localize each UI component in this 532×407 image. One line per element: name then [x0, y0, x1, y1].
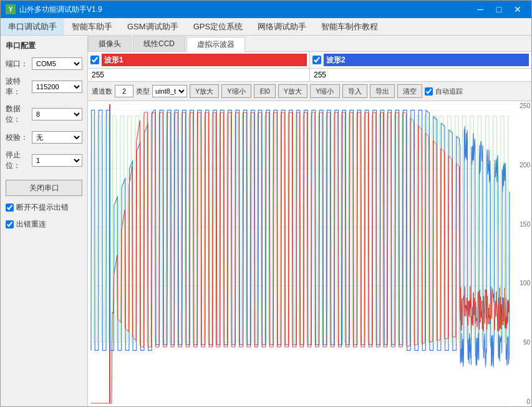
y-label-250: 250: [511, 102, 530, 109]
sidebar: 串口配置 端口： COM5 波特率： 115200 数据位： 8 校: [1, 36, 88, 406]
y-axis-labels: 0 50 100 150 200 250: [510, 101, 531, 406]
tab-oscilloscope[interactable]: 虚拟示波器: [186, 37, 245, 52]
reconnect-label: 出错重连: [16, 219, 46, 230]
ch1-y-shrink-button[interactable]: Y缩小: [221, 84, 251, 98]
channel1-name: 波形1: [102, 54, 307, 66]
menu-network[interactable]: 网络调试助手: [250, 18, 314, 35]
close-port-button[interactable]: 关闭串口: [6, 180, 82, 196]
baudrate-select[interactable]: 115200: [32, 81, 82, 93]
waveform-canvas: [88, 101, 531, 406]
svg-text:Y: Y: [9, 6, 13, 13]
stopbits-select[interactable]: 1: [32, 154, 82, 167]
databits-select[interactable]: 8: [32, 108, 82, 120]
main-content: 串口配置 端口： COM5 波特率： 115200 数据位： 8 校: [1, 36, 531, 406]
app-icon: Y: [6, 4, 16, 14]
channel-values: 255 255: [88, 69, 531, 82]
channel-count-input[interactable]: [115, 85, 133, 97]
y-label-100: 100: [511, 280, 530, 287]
channel2-checkbox[interactable]: [312, 56, 321, 64]
y-label-200: 200: [511, 162, 530, 169]
channel1-checkbox[interactable]: [90, 56, 99, 64]
window-controls: ─ □ ✕: [472, 1, 526, 18]
menu-serial[interactable]: 串口调试助手: [1, 18, 64, 35]
no-error-prompt-row: 断开不提示出错: [6, 202, 82, 213]
oscilloscope-container: 波形1 波形2 255 255 通道数 类型: [88, 52, 531, 406]
export-button[interactable]: 导出: [370, 84, 395, 98]
tab-bar: 摄像头 线性CCD 虚拟示波器: [88, 36, 531, 52]
tab-linear-ccd[interactable]: 线性CCD: [133, 36, 185, 51]
menu-tutorial[interactable]: 智能车制作教程: [314, 18, 385, 35]
reconnect-checkbox[interactable]: [6, 220, 14, 228]
port-select[interactable]: COM5: [32, 57, 82, 70]
y-label-150: 150: [511, 221, 530, 228]
y-label-50: 50: [511, 339, 530, 346]
ch2-y-enlarge-button[interactable]: Y放大: [278, 84, 307, 98]
channel-bars: 波形1 波形2: [88, 52, 531, 69]
ch2-y-shrink-button[interactable]: Y缩小: [310, 84, 339, 98]
menu-smart-car[interactable]: 智能车助手: [64, 18, 120, 35]
port-row: 端口： COM5: [6, 57, 82, 70]
databits-label: 数据位：: [6, 104, 32, 125]
baudrate-label: 波特率：: [6, 76, 32, 97]
auto-track-checkbox[interactable]: [425, 87, 433, 96]
auto-track-label: 自动追踪: [435, 87, 463, 96]
window-title: 山外多功能调试助手V1.9: [19, 4, 472, 15]
minimize-button[interactable]: ─: [472, 1, 489, 18]
close-button[interactable]: ✕: [509, 1, 526, 18]
import-button[interactable]: 导入: [342, 84, 367, 98]
controls-bar: 通道数 类型 uint8_t Y放大 Y缩小 归0 Y放大 Y缩小 导入 导出 …: [88, 82, 531, 101]
maximize-button[interactable]: □: [490, 1, 508, 18]
baudrate-row: 波特率： 115200: [6, 76, 82, 97]
y-label-0: 0: [511, 398, 530, 405]
databits-row: 数据位： 8: [6, 104, 82, 125]
no-error-checkbox[interactable]: [6, 203, 14, 212]
parity-row: 校验： 无: [6, 131, 82, 144]
parity-label: 校验：: [6, 132, 32, 143]
channel2-name: 波形2: [324, 54, 529, 66]
parity-select[interactable]: 无: [32, 131, 82, 144]
port-label: 端口：: [6, 59, 32, 69]
titlebar: Y 山外多功能调试助手V1.9 ─ □ ✕: [1, 1, 531, 18]
right-panel: 摄像头 线性CCD 虚拟示波器 波形1 波形2: [88, 36, 531, 406]
ch1-reset-button[interactable]: 归0: [254, 84, 276, 98]
stopbits-label: 停止位：: [6, 150, 32, 171]
type-select[interactable]: uint8_t: [152, 85, 187, 97]
menu-gsm[interactable]: GSM调试助手: [120, 18, 186, 35]
channel2-value: 255: [310, 69, 531, 81]
clear-button[interactable]: 清空: [397, 84, 422, 98]
stopbits-row: 停止位： 1: [6, 150, 82, 171]
oscilloscope-display: 0 50 100 150 200 250: [88, 101, 531, 406]
menu-gps[interactable]: GPS定位系统: [186, 18, 250, 35]
channel2-bar: 波形2: [310, 52, 531, 68]
channel-count-label: 通道数: [92, 87, 112, 96]
no-error-label: 断开不提示出错: [16, 202, 69, 213]
type-label: 类型: [136, 87, 150, 96]
ch1-y-enlarge-button[interactable]: Y放大: [190, 84, 219, 98]
sidebar-section-title: 串口配置: [6, 41, 82, 51]
channel1-bar: 波形1: [88, 52, 310, 68]
menubar: 串口调试助手 智能车助手 GSM调试助手 GPS定位系统 网络调试助手 智能车制…: [1, 18, 531, 36]
channel1-value: 255: [88, 69, 310, 81]
main-window: Y 山外多功能调试助手V1.9 ─ □ ✕ 串口调试助手 智能车助手 GSM调试…: [0, 0, 532, 407]
tab-camera[interactable]: 摄像头: [88, 36, 132, 51]
reconnect-row: 出错重连: [6, 219, 82, 230]
